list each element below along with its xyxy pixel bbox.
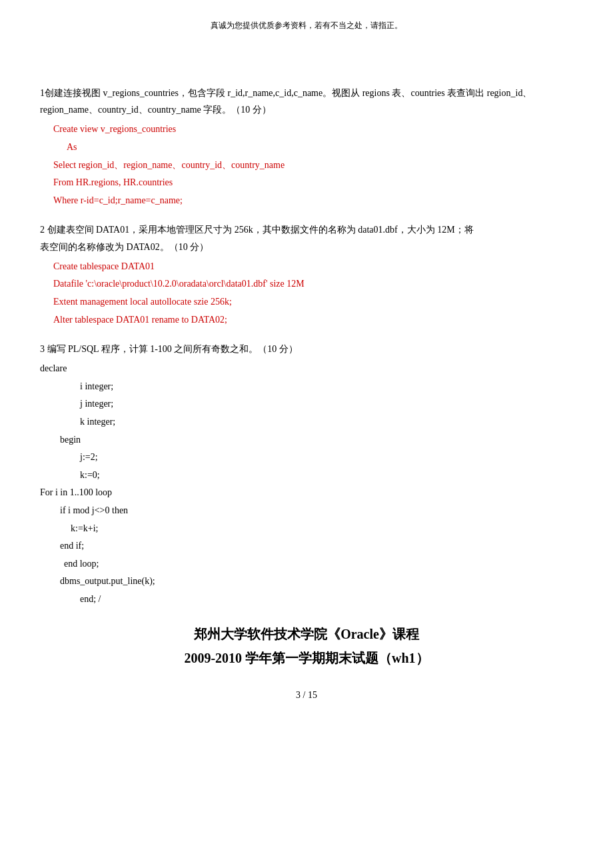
declare-line-3: k integer; — [40, 413, 573, 431]
section-2-title: 2 创建表空间 DATA01，采用本地管理区尺寸为 256k，其中数据文件的名称… — [40, 221, 573, 255]
code-line-2-4: Alter tablespace DATA01 rename to DATA02… — [40, 311, 573, 329]
declare-line-1: i integer; — [40, 378, 573, 396]
code-line-2-2: Datafile 'c:\oracle\product\10.2.0\orada… — [40, 275, 573, 293]
section-1-code: Create view v_regions_countries As Selec… — [40, 121, 573, 209]
declare-line-12: dbms_output.put_line(k); — [40, 573, 573, 591]
code-line-1-5: Where r-id=c_id;r_name=c_name; — [40, 192, 573, 210]
footer-title: 郑州大学软件技术学院《Oracle》课程 2009-2010 学年第一学期期末试… — [40, 622, 573, 670]
declare-line-4: begin — [40, 431, 573, 449]
section-3-declare: declare i integer; j integer; k integer;… — [40, 360, 573, 608]
section-3: 3 编写 PL/SQL 程序，计算 1-100 之间所有奇数之和。（10 分） … — [40, 341, 573, 609]
code-line-1-1: Create view v_regions_countries — [40, 121, 573, 139]
declare-line-7: For i in 1..100 loop — [40, 484, 573, 502]
page-number: 3 / 15 — [40, 690, 573, 701]
section-2: 2 创建表空间 DATA01，采用本地管理区尺寸为 256k，其中数据文件的名称… — [40, 221, 573, 329]
code-line-2-1: Create tablespace DATA01 — [40, 258, 573, 276]
declare-line-6: k:=0; — [40, 467, 573, 485]
code-line-1-3: Select region_id、region_name、country_id、… — [40, 157, 573, 175]
section-2-code: Create tablespace DATA01 Datafile 'c:\or… — [40, 258, 573, 329]
section-1: 1创建连接视图 v_regions_countries，包含字段 r_id,r_… — [40, 85, 573, 209]
top-notice-text: 真诚为您提供优质参考资料，若有不当之处，请指正。 — [211, 21, 402, 30]
section-1-title: 1创建连接视图 v_regions_countries，包含字段 r_id,r_… — [40, 85, 573, 118]
page-container: 真诚为您提供优质参考资料，若有不当之处，请指正。 1创建连接视图 v_regio… — [0, 0, 613, 868]
footer-line2: 2009-2010 学年第一学期期末试题（wh1） — [40, 646, 573, 670]
code-line-1-2: As — [40, 139, 573, 157]
declare-line-11: end loop; — [40, 555, 573, 573]
section-3-title: 3 编写 PL/SQL 程序，计算 1-100 之间所有奇数之和。（10 分） — [40, 341, 573, 357]
declare-line-9: k:=k+i; — [40, 520, 573, 538]
code-line-1-4: From HR.regions, HR.countries — [40, 174, 573, 192]
declare-line-0: declare — [40, 360, 573, 378]
declare-line-5: j:=2; — [40, 449, 573, 467]
footer-line1: 郑州大学软件技术学院《Oracle》课程 — [40, 622, 573, 646]
top-notice: 真诚为您提供优质参考资料，若有不当之处，请指正。 — [40, 13, 573, 85]
declare-line-10: end if; — [40, 537, 573, 555]
declare-line-13: end; / — [40, 591, 573, 609]
declare-line-2: j integer; — [40, 395, 573, 413]
declare-line-8: if i mod j<>0 then — [40, 502, 573, 520]
code-line-2-3: Extent management local autollocate szie… — [40, 293, 573, 311]
